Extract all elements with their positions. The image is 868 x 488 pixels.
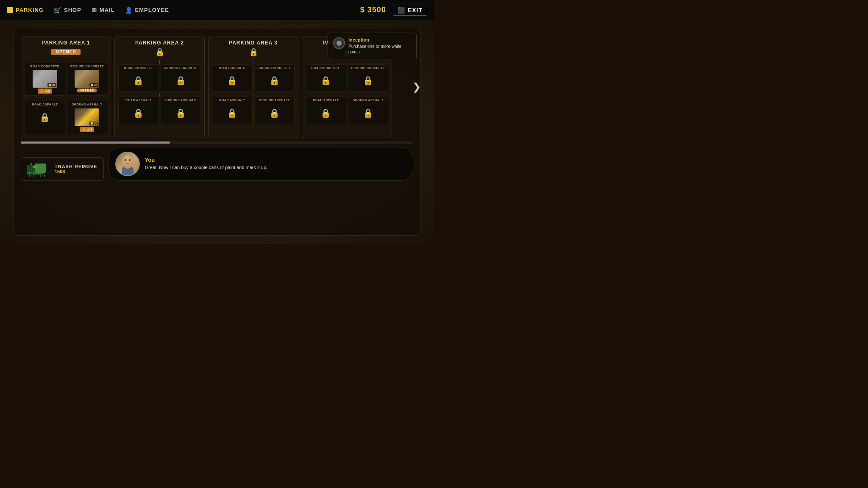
trash-price: 150$ <box>55 169 97 174</box>
area4-gc-lock: 🔒 <box>356 72 380 89</box>
parking-area-2: PARKING AREA 2 🔒 ROAD CONCRETE 🔒 GROUND … <box>114 36 205 138</box>
area1-rc-label: ROAD CONCRETE <box>31 65 59 68</box>
inception-body: Purchase one or more white paints <box>348 44 411 55</box>
area2-lock-icon: 🔒 <box>118 47 201 57</box>
area1-ra-label: ROAD ASPHALT <box>32 103 58 106</box>
connector-mid-4 <box>347 93 347 97</box>
connector-top-4 <box>347 60 347 64</box>
trash-truck-icon <box>27 161 50 177</box>
shop-icon: 🛒 <box>54 7 61 14</box>
area2-row2: ROAD ASPHALT 🔒 GROUND ASPHALT 🔒 <box>118 97 201 124</box>
area2-rc-lock: 🔒 <box>126 72 151 89</box>
area3-row2: ROAD ASPHALT 🔒 GROUND ASPHALT 🔒 <box>212 97 295 124</box>
nav-bar: 🅿 PARKING 🛒 SHOP ✉ MAIL 👤 EMPLOYEE $ 350… <box>0 0 434 20</box>
area4-ground-asphalt: GROUND ASPHALT 🔒 <box>348 97 389 124</box>
area1-row2: ROAD ASPHALT 🔒 GROUND ASPHALT 50 🔒👍2 <box>25 101 107 134</box>
area3-ga-label: GROUND ASPHALT <box>259 99 289 102</box>
nav-right: $ 3500 ⬛ EXIT <box>360 5 427 16</box>
svg-point-14 <box>125 165 131 169</box>
connector-top-2 <box>159 60 160 64</box>
nav-parking[interactable]: 🅿 PARKING <box>7 7 44 14</box>
area1-gc-preview: 25 <box>75 70 99 88</box>
area3-header: PARKING AREA 3 🔒 <box>212 40 295 57</box>
area2-road-asphalt: ROAD ASPHALT 🔒 <box>118 97 159 124</box>
dialog-speaker: You <box>145 157 267 163</box>
connector-mid-3 <box>253 93 253 97</box>
area4-gc-label: GROUND CONCRETE <box>351 67 385 70</box>
area1-ra-lock: 🔒 <box>33 108 57 126</box>
area1-header: PARKING AREA 1 OPENED <box>25 40 107 55</box>
area1-rc-buy-badge[interactable]: 🔒👍2 <box>38 89 52 94</box>
area3-gc-lock: 🔒 <box>262 72 287 89</box>
area4-ra-lock: 🔒 <box>314 104 338 122</box>
area3-rc-lock: 🔒 <box>220 72 245 89</box>
area1-gc-status: OPENED <box>77 89 97 92</box>
area1-ground-asphalt[interactable]: GROUND ASPHALT 50 🔒👍2 <box>67 101 108 134</box>
area1-road-asphalt[interactable]: ROAD ASPHALT 🔒 <box>25 101 65 134</box>
area4-ground-concrete: GROUND CONCRETE 🔒 <box>348 64 389 92</box>
nav-employee[interactable]: 👤 EMPLOYEE <box>125 7 169 14</box>
inception-icon <box>333 37 345 49</box>
svg-rect-3 <box>31 163 32 165</box>
area1-ga-buy-badge[interactable]: 🔒👍2 <box>80 127 94 132</box>
connector-top-1 <box>66 58 66 63</box>
area1-row1: ROAD CONCRETE 25 🔒👍2 GROUND CONCRETE <box>25 63 107 96</box>
shop-label: SHOP <box>64 7 81 13</box>
area3-ga-lock: 🔒 <box>262 104 287 122</box>
area3-ra-lock: 🔒 <box>220 104 245 122</box>
area1-title: PARKING AREA 1 <box>25 40 107 46</box>
area2-ground-concrete: GROUND CONCRETE 🔒 <box>161 64 201 92</box>
connector-top-3 <box>253 60 253 64</box>
exit-button[interactable]: ⬛ EXIT <box>393 5 427 16</box>
trash-remove-card[interactable]: TRASH REMOVE 150$ <box>21 157 104 181</box>
connector-mid-2 <box>159 93 160 97</box>
bottom-section: TRASH REMOVE 150$ <box>21 147 413 181</box>
area3-road-asphalt: ROAD ASPHALT 🔒 <box>212 97 253 124</box>
area2-ga-lock: 🔒 <box>168 104 193 122</box>
area2-road-concrete: ROAD CONCRETE 🔒 <box>118 64 159 92</box>
area2-row1: ROAD CONCRETE 🔒 GROUND CONCRETE 🔒 <box>118 64 201 92</box>
dialog-content: You Great. Now I can buy a couple cans o… <box>145 157 267 171</box>
nav-left: 🅿 PARKING 🛒 SHOP ✉ MAIL 👤 EMPLOYEE <box>7 7 169 14</box>
area2-rc-label: ROAD CONCRETE <box>124 67 153 70</box>
area4-ra-label: ROAD ASPHALT <box>313 99 339 102</box>
parking-area-1: PARKING AREA 1 OPENED ROAD CONCRETE 25 <box>21 36 111 138</box>
main-content: Inception Purchase one or more white pai… <box>0 20 434 244</box>
area3-ground-asphalt: GROUND ASPHALT 🔒 <box>254 97 295 124</box>
svg-point-10 <box>123 155 132 166</box>
area4-ga-label: GROUND ASPHALT <box>353 99 383 102</box>
connector-mid-1 <box>66 97 66 101</box>
area1-ground-concrete[interactable]: GROUND CONCRETE 25 OPENED <box>67 63 108 96</box>
svg-point-11 <box>125 159 126 161</box>
area3-road-concrete: ROAD CONCRETE 🔒 <box>212 64 253 92</box>
area2-header: PARKING AREA 2 🔒 <box>118 40 201 57</box>
svg-rect-8 <box>33 166 36 168</box>
svg-point-12 <box>129 159 131 161</box>
area1-gc-cost: 25 <box>89 83 98 87</box>
area1-ga-cost: 50 <box>89 122 98 125</box>
scroll-bar-container[interactable] <box>21 141 413 144</box>
inception-panel: Inception Purchase one or more white pai… <box>328 33 417 59</box>
area4-road-asphalt: ROAD ASPHALT 🔒 <box>306 97 346 124</box>
area2-gc-lock: 🔒 <box>168 72 193 89</box>
shop-panel: Inception Purchase one or more white pai… <box>14 29 420 236</box>
area2-title: PARKING AREA 2 <box>118 40 201 46</box>
employee-label: EMPLOYEE <box>135 7 169 13</box>
svg-point-7 <box>42 175 43 176</box>
area3-row1: ROAD CONCRETE 🔒 GROUND CONCRETE 🔒 <box>212 64 295 92</box>
area2-ground-asphalt: GROUND ASPHALT 🔒 <box>161 97 201 124</box>
area3-rc-label: ROAD CONCRETE <box>218 67 247 70</box>
dialog-text: Great. Now I can buy a couple cans of pa… <box>145 164 267 171</box>
employee-icon: 👤 <box>125 7 133 14</box>
next-arrow[interactable]: ❯ <box>412 81 421 93</box>
nav-mail[interactable]: ✉ MAIL <box>92 7 115 14</box>
area1-road-concrete[interactable]: ROAD CONCRETE 25 🔒👍2 <box>25 63 65 96</box>
trash-info: TRASH REMOVE 150$ <box>55 164 97 174</box>
svg-point-5 <box>31 175 32 176</box>
avatar-face-svg <box>118 153 137 175</box>
area4-row1: ROAD CONCRETE 🔒 GROUND CONCRETE 🔒 <box>306 64 388 92</box>
nav-shop[interactable]: 🛒 SHOP <box>54 7 81 14</box>
area4-rc-label: ROAD CONCRETE <box>312 67 340 70</box>
area4-road-concrete: ROAD CONCRETE 🔒 <box>306 64 346 92</box>
area4-ga-lock: 🔒 <box>356 104 380 122</box>
